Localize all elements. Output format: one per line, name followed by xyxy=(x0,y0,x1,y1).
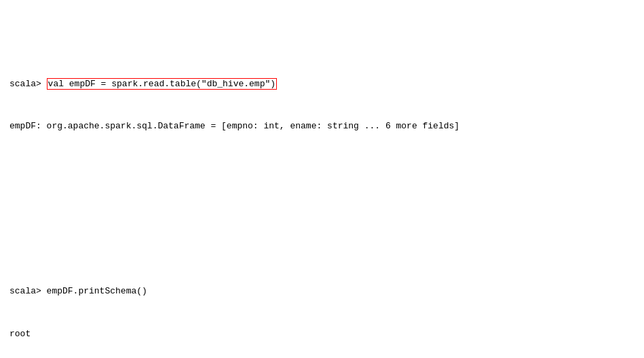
prompt-2: scala> xyxy=(10,286,47,296)
schema-root: root xyxy=(10,327,634,342)
main-container: scala> val empDF = spark.read.table("db_… xyxy=(0,0,644,358)
code-content: scala> val empDF = spark.read.table("db_… xyxy=(10,7,634,358)
spacer-1 xyxy=(10,207,634,214)
section-print-schema: scala> empDF.printSchema() root |-- empn… xyxy=(10,257,634,358)
print-schema-call: empDF.printSchema() xyxy=(47,286,147,296)
line-2: empDF: org.apache.spark.sql.DataFrame = … xyxy=(10,120,634,134)
section-read-table: scala> val empDF = spark.read.table("db_… xyxy=(10,49,634,162)
line-1: scala> val empDF = spark.read.table("db_… xyxy=(10,77,634,92)
highlighted-code: val empDF = spark.read.table("db_hive.em… xyxy=(47,78,277,90)
prompt-1: scala> xyxy=(10,79,47,89)
output-dataframe-type: empDF: org.apache.spark.sql.DataFrame = … xyxy=(10,121,459,131)
line-3: scala> empDF.printSchema() xyxy=(10,285,634,299)
